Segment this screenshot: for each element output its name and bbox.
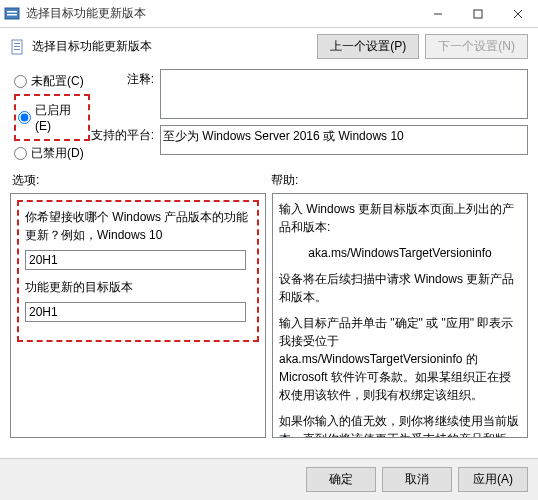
previous-setting-button[interactable]: 上一个设置(P) [317,34,419,59]
svg-rect-2 [7,14,17,16]
close-button[interactable] [498,0,538,28]
titlebar: 选择目标功能更新版本 [0,0,538,28]
comment-textarea[interactable] [160,69,528,119]
cancel-button[interactable]: 取消 [382,467,452,492]
radio-disabled-label: 已禁用(D) [31,145,84,162]
dialog-button-bar: 确定 取消 应用(A) [0,458,538,500]
comment-label: 注释: [90,69,160,119]
help-section-label: 帮助: [269,172,528,189]
window-title: 选择目标功能更新版本 [26,5,418,22]
policy-icon [10,39,26,55]
svg-rect-4 [474,10,482,18]
svg-rect-0 [5,8,19,19]
radio-enabled[interactable]: 已启用(E) [18,102,86,133]
option-target-version-label: 功能更新的目标版本 [25,278,251,296]
radio-disabled[interactable]: 已禁用(D) [14,145,90,162]
supported-on-textarea: 至少为 Windows Server 2016 或 Windows 10 [160,125,528,155]
radio-enabled-label: 已启用(E) [35,102,86,133]
svg-rect-8 [14,43,20,44]
options-pane: 你希望接收哪个 Windows 产品版本的功能更新？例如，Windows 10 … [10,193,266,438]
radio-enabled-input[interactable] [18,111,31,124]
svg-rect-9 [14,46,20,47]
option-product-input[interactable] [25,250,246,270]
svg-rect-10 [14,49,20,50]
emphasis-options: 你希望接收哪个 Windows 产品版本的功能更新？例如，Windows 10 … [17,200,259,342]
policy-title: 选择目标功能更新版本 [32,38,317,55]
option-target-version-input[interactable] [25,302,246,322]
option-product-label: 你希望接收哪个 Windows 产品版本的功能更新？例如，Windows 10 [25,208,251,244]
maximize-button[interactable] [458,0,498,28]
apply-button[interactable]: 应用(A) [458,467,528,492]
help-text-2: 设备将在后续扫描中请求 Windows 更新产品和版本。 [279,270,521,306]
help-text-3: 输入目标产品并单击 "确定" 或 "应用" 即表示我接受位于 aka.ms/Wi… [279,314,521,404]
help-pane: 输入 Windows 更新目标版本页面上列出的产品和版本: aka.ms/Win… [272,193,528,438]
state-radio-group: 未配置(C) 已启用(E) 已禁用(D) [10,69,90,166]
emphasis-enabled: 已启用(E) [14,94,90,141]
minimize-button[interactable] [418,0,458,28]
help-text-4: 如果你输入的值无效，则你将继续使用当前版本，直到你将该值更正为受支持的产品和版本… [279,412,521,438]
subheader: 选择目标功能更新版本 上一个设置(P) 下一个设置(N) [10,34,528,59]
help-text-1: 输入 Windows 更新目标版本页面上列出的产品和版本: [279,200,521,236]
radio-disabled-input[interactable] [14,147,27,160]
app-icon [4,6,20,22]
options-section-label: 选项: [10,172,269,189]
next-setting-button[interactable]: 下一个设置(N) [425,34,528,59]
ok-button[interactable]: 确定 [306,467,376,492]
supported-on-label: 支持的平台: [90,125,160,155]
radio-not-configured-label: 未配置(C) [31,73,84,90]
svg-rect-1 [7,11,17,13]
help-link: aka.ms/WindowsTargetVersioninfo [279,244,521,262]
window-controls [418,0,538,28]
radio-not-configured-input[interactable] [14,75,27,88]
radio-not-configured[interactable]: 未配置(C) [14,73,90,90]
